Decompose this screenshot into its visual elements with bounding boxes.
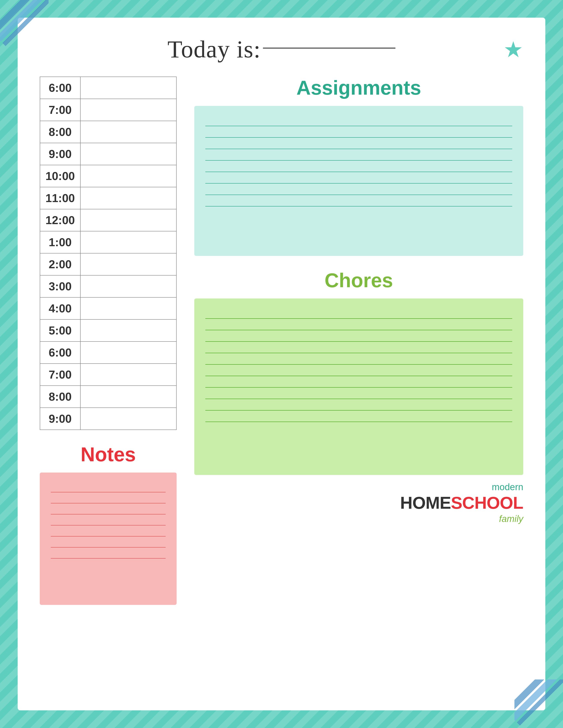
event-cell[interactable] bbox=[80, 143, 176, 165]
chores-line bbox=[205, 376, 512, 376]
time-cell: 8:00 bbox=[40, 386, 80, 408]
right-column: Assignments Chores modern HOMESCHOOL fam… bbox=[194, 77, 523, 605]
chores-line bbox=[205, 399, 512, 399]
assignments-line bbox=[205, 206, 512, 206]
event-cell[interactable] bbox=[80, 99, 176, 121]
time-cell: 4:00 bbox=[40, 297, 80, 319]
schedule-row[interactable]: 8:00 bbox=[40, 386, 176, 408]
brand-home: HOME bbox=[400, 493, 451, 512]
schedule-row[interactable]: 3:00 bbox=[40, 275, 176, 297]
schedule-row[interactable]: 1:00 bbox=[40, 231, 176, 253]
notes-title: Notes bbox=[40, 443, 177, 466]
chores-line bbox=[205, 353, 512, 353]
event-cell[interactable] bbox=[80, 77, 176, 99]
notes-line bbox=[51, 503, 165, 503]
branding: modern HOMESCHOOL family bbox=[194, 482, 523, 524]
chores-line bbox=[205, 410, 512, 411]
main-content: 6:00 7:00 8:00 9:00 10:00 11:00 12:00 1:… bbox=[40, 77, 523, 605]
left-column: 6:00 7:00 8:00 9:00 10:00 11:00 12:00 1:… bbox=[40, 77, 177, 605]
event-cell[interactable] bbox=[80, 231, 176, 253]
notes-line bbox=[51, 525, 165, 525]
chores-line bbox=[205, 422, 512, 422]
chores-box bbox=[194, 298, 523, 475]
assignments-line bbox=[205, 183, 512, 184]
date-line[interactable] bbox=[263, 48, 396, 49]
assignments-line bbox=[205, 126, 512, 126]
event-cell[interactable] bbox=[80, 364, 176, 386]
event-cell[interactable] bbox=[80, 209, 176, 231]
notes-line bbox=[51, 492, 165, 492]
schedule-row[interactable]: 9:00 bbox=[40, 408, 176, 430]
header: Today is: ★ bbox=[40, 35, 523, 63]
page: Today is: ★ 6:00 7:00 8:00 9:00 10:00 11… bbox=[18, 18, 545, 710]
time-cell: 9:00 bbox=[40, 408, 80, 430]
schedule-row[interactable]: 11:00 bbox=[40, 187, 176, 209]
time-cell: 5:00 bbox=[40, 319, 80, 341]
time-cell: 11:00 bbox=[40, 187, 80, 209]
assignments-title: Assignments bbox=[194, 77, 523, 99]
notes-line bbox=[51, 558, 165, 559]
assignments-line bbox=[205, 137, 512, 138]
brand-homeschool: HOMESCHOOL bbox=[194, 493, 523, 513]
assignments-line bbox=[205, 149, 512, 149]
time-cell: 6:00 bbox=[40, 77, 80, 99]
schedule-row[interactable]: 6:00 bbox=[40, 341, 176, 364]
schedule-row[interactable]: 12:00 bbox=[40, 209, 176, 231]
assignments-line bbox=[205, 195, 512, 195]
schedule-table: 6:00 7:00 8:00 9:00 10:00 11:00 12:00 1:… bbox=[40, 77, 177, 430]
notes-line bbox=[51, 547, 165, 548]
star-icon: ★ bbox=[503, 36, 523, 62]
schedule-row[interactable]: 6:00 bbox=[40, 77, 176, 99]
event-cell[interactable] bbox=[80, 121, 176, 143]
time-cell: 10:00 bbox=[40, 165, 80, 187]
time-cell: 3:00 bbox=[40, 275, 80, 297]
event-cell[interactable] bbox=[80, 386, 176, 408]
event-cell[interactable] bbox=[80, 253, 176, 275]
schedule-row[interactable]: 5:00 bbox=[40, 319, 176, 341]
time-cell: 7:00 bbox=[40, 99, 80, 121]
event-cell[interactable] bbox=[80, 341, 176, 364]
schedule-row[interactable]: 7:00 bbox=[40, 99, 176, 121]
brand-school: SCHOOL bbox=[451, 493, 523, 512]
event-cell[interactable] bbox=[80, 408, 176, 430]
chores-line bbox=[205, 341, 512, 342]
event-cell[interactable] bbox=[80, 297, 176, 319]
schedule-row[interactable]: 9:00 bbox=[40, 143, 176, 165]
svg-rect-2 bbox=[2, 0, 49, 46]
event-cell[interactable] bbox=[80, 165, 176, 187]
event-cell[interactable] bbox=[80, 187, 176, 209]
chores-title: Chores bbox=[194, 269, 523, 292]
assignments-line bbox=[205, 172, 512, 172]
time-cell: 2:00 bbox=[40, 253, 80, 275]
notes-box bbox=[40, 473, 177, 605]
schedule-row[interactable]: 4:00 bbox=[40, 297, 176, 319]
notes-line bbox=[51, 536, 165, 537]
chores-line bbox=[205, 364, 512, 365]
schedule-row[interactable]: 7:00 bbox=[40, 364, 176, 386]
time-cell: 9:00 bbox=[40, 143, 80, 165]
time-cell: 8:00 bbox=[40, 121, 80, 143]
schedule-row[interactable]: 10:00 bbox=[40, 165, 176, 187]
corner-decoration-br bbox=[514, 679, 563, 728]
today-label: Today is: bbox=[167, 35, 261, 63]
schedule-row[interactable]: 2:00 bbox=[40, 253, 176, 275]
time-cell: 7:00 bbox=[40, 364, 80, 386]
time-cell: 6:00 bbox=[40, 341, 80, 364]
event-cell[interactable] bbox=[80, 319, 176, 341]
brand-modern: modern bbox=[194, 482, 523, 493]
chores-line bbox=[205, 387, 512, 388]
chores-line bbox=[205, 330, 512, 330]
assignments-box bbox=[194, 106, 523, 256]
notes-section: Notes bbox=[40, 443, 177, 605]
brand-family: family bbox=[194, 513, 523, 524]
time-cell: 1:00 bbox=[40, 231, 80, 253]
schedule-row[interactable]: 8:00 bbox=[40, 121, 176, 143]
notes-line bbox=[51, 514, 165, 514]
svg-rect-5 bbox=[517, 679, 563, 726]
corner-decoration-tl bbox=[0, 0, 49, 49]
event-cell[interactable] bbox=[80, 275, 176, 297]
chores-line bbox=[205, 318, 512, 319]
assignments-line bbox=[205, 160, 512, 161]
time-cell: 12:00 bbox=[40, 209, 80, 231]
